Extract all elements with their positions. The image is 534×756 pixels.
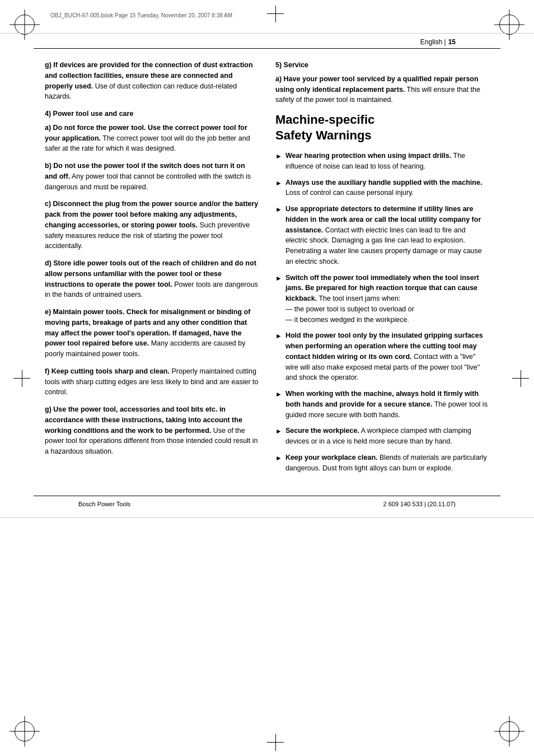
section-4f-text: f) Keep cutting tools sharp and clean. P…	[45, 366, 259, 398]
section-4d-text: d) Store idle power tools out of the rea…	[45, 258, 259, 300]
file-info: OBJ_BUCH-67-005.book Page 15 Tuesday, No…	[50, 12, 232, 18]
section-4b-text: b) Do not use the power tool if the swit…	[45, 161, 259, 192]
top-bar: OBJ_BUCH-67-005.book Page 15 Tuesday, No…	[0, 0, 534, 34]
bottom-bar	[0, 517, 534, 551]
section-5a: a) Have your power tool serviced by a qu…	[275, 74, 489, 105]
footer-right: 2 609 140 533 | (20.11.07)	[383, 501, 456, 507]
bullet-arrow-4: ►	[275, 273, 282, 283]
section-4-label: 4) Power tool use and care	[45, 109, 259, 119]
header-lang: English |	[420, 38, 446, 46]
machine-heading: Machine-specificSafety Warnings	[275, 112, 489, 143]
warning-bold-8: Keep your workplace clean.	[285, 454, 378, 461]
mid-cross-bottom	[267, 742, 284, 743]
bullet-arrow-3: ►	[275, 204, 282, 214]
warning-bold-2: Always use the auxiliary handle supplied…	[285, 179, 482, 186]
section-5a-text: a) Have your power tool serviced by a qu…	[275, 74, 489, 105]
bullet-arrow-8: ►	[275, 453, 282, 463]
bullet-arrow-5: ►	[275, 331, 282, 341]
section-4g: g) Use the power tool, accessories and t…	[45, 404, 259, 457]
warning-item-6: ► When working with the machine, always …	[275, 389, 489, 420]
bullet-arrow-6: ►	[275, 389, 282, 399]
warning-item-5: ► Hold the power tool only by the insula…	[275, 330, 489, 383]
warning-item-1: ► Wear hearing protection when using imp…	[275, 151, 489, 172]
right-column: 5) Service a) Have your power tool servi…	[275, 60, 489, 479]
section-g: g) If devices are provided for the conne…	[45, 60, 259, 102]
warning-bold-7: Secure the workpiece.	[285, 427, 359, 435]
header-row: English | 15	[34, 34, 500, 49]
corner-mark-bl	[15, 721, 35, 741]
warning-normal-2: Loss of control can cause personal injur…	[285, 189, 414, 197]
section-4b-normal: Any power tool that cannot be controlled…	[45, 172, 251, 191]
section-4a-label: a)	[45, 124, 53, 132]
warning-text-5: Hold the power tool only by the insulate…	[285, 330, 489, 383]
machine-warnings-list: ► Wear hearing protection when using imp…	[275, 151, 489, 473]
warning-text-6: When working with the machine, always ho…	[285, 389, 489, 420]
section-4: 4) Power tool use and care a) Do not for…	[45, 109, 259, 457]
section-4e: e) Maintain power tools. Check for misal…	[45, 307, 259, 360]
footer-row: Bosch Power Tools 2 609 140 533 | (20.11…	[34, 496, 500, 512]
section-4c: c) Disconnect the plug from the power so…	[45, 199, 259, 251]
warning-text-4: Switch off the power tool immediately wh…	[285, 273, 489, 325]
section-4g-text: g) Use the power tool, accessories and t…	[45, 404, 259, 457]
left-column: g) If devices are provided for the conne…	[45, 60, 259, 479]
section-4b-label: b)	[45, 162, 53, 170]
page-container: OBJ_BUCH-67-005.book Page 15 Tuesday, No…	[0, 0, 534, 756]
section-4f-bold: Keep cutting tools sharp and clean.	[51, 367, 170, 375]
section-g-text: g) If devices are provided for the conne…	[45, 60, 259, 102]
section-4e-label: e)	[45, 308, 53, 316]
warning-item-7: ► Secure the workpiece. A workpiece clam…	[275, 426, 489, 447]
warning-item-8: ► Keep your workplace clean. Blends of m…	[275, 452, 489, 474]
mid-cross-left	[13, 378, 30, 379]
section-4c-text: c) Disconnect the plug from the power so…	[45, 199, 259, 251]
mid-cross-right	[512, 378, 529, 379]
section-g-label: g)	[45, 61, 53, 69]
bullet-arrow-7: ►	[275, 426, 282, 436]
warning-item-2: ► Always use the auxiliary handle suppli…	[275, 178, 489, 199]
section-5-label: 5) Service	[275, 60, 489, 71]
warning-text-8: Keep your workplace clean. Blends of mat…	[285, 452, 489, 474]
warning-text-1: Wear hearing protection when using impac…	[285, 151, 489, 172]
section-4g-label: g)	[45, 405, 53, 413]
content-area: g) If devices are provided for the conne…	[0, 49, 534, 490]
section-4a: a) Do not force the power tool. Use the …	[45, 123, 259, 154]
corner-mark-br	[499, 721, 519, 741]
header-pagenum: 15	[448, 38, 456, 46]
warning-item-4: ► Switch off the power tool immediately …	[275, 273, 489, 325]
warning-text-2: Always use the auxiliary handle supplied…	[285, 178, 489, 199]
section-4c-label: c)	[45, 200, 53, 208]
section-5a-label: a)	[275, 75, 284, 83]
bullet-arrow-2: ►	[275, 178, 282, 188]
warning-text-7: Secure the workpiece. A workpiece clampe…	[285, 426, 489, 447]
section-4e-text: e) Maintain power tools. Check for misal…	[45, 307, 259, 360]
section-4f-label: f)	[45, 367, 51, 375]
warning-text-3: Use appropriate detectors to determine i…	[285, 204, 489, 267]
section-4b: b) Do not use the power tool if the swit…	[45, 161, 259, 192]
bullet-arrow-1: ►	[275, 151, 282, 161]
footer-left: Bosch Power Tools	[78, 501, 130, 507]
section-4a-text: a) Do not force the power tool. Use the …	[45, 123, 259, 154]
section-4f: f) Keep cutting tools sharp and clean. P…	[45, 366, 259, 398]
section-4d: d) Store idle power tools out of the rea…	[45, 258, 259, 300]
section-5: 5) Service a) Have your power tool servi…	[275, 60, 489, 105]
warning-bold-1: Wear hearing protection when using impac…	[285, 152, 451, 160]
warning-item-3: ► Use appropriate detectors to determine…	[275, 204, 489, 267]
section-4d-label: d)	[45, 259, 53, 267]
